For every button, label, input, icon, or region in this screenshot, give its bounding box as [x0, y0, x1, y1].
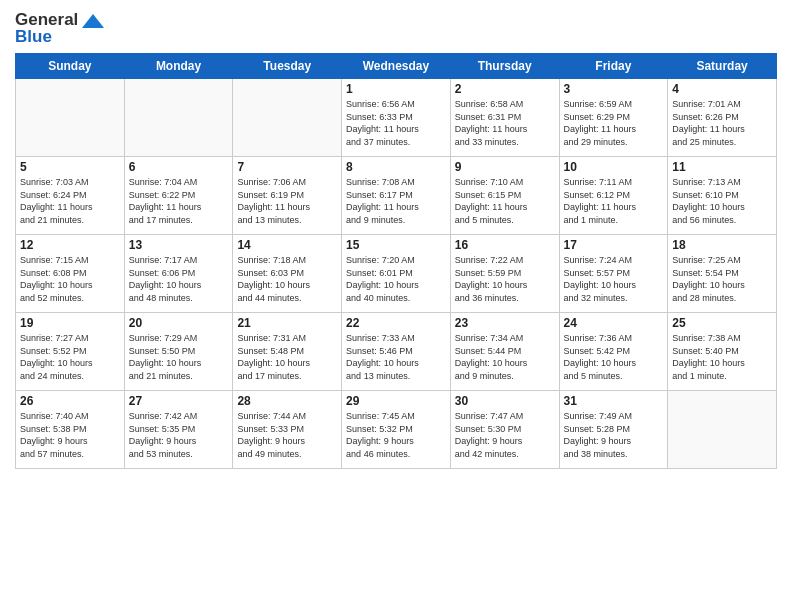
day-number: 11	[672, 160, 772, 174]
calendar-cell: 8Sunrise: 7:08 AM Sunset: 6:17 PM Daylig…	[342, 157, 451, 235]
day-number: 6	[129, 160, 229, 174]
day-number: 3	[564, 82, 664, 96]
calendar-cell: 24Sunrise: 7:36 AM Sunset: 5:42 PM Dayli…	[559, 313, 668, 391]
day-number: 8	[346, 160, 446, 174]
day-number: 28	[237, 394, 337, 408]
day-info: Sunrise: 7:33 AM Sunset: 5:46 PM Dayligh…	[346, 332, 446, 382]
day-info: Sunrise: 7:44 AM Sunset: 5:33 PM Dayligh…	[237, 410, 337, 460]
day-number: 24	[564, 316, 664, 330]
logo-blue-text: Blue	[15, 27, 52, 47]
calendar-cell: 23Sunrise: 7:34 AM Sunset: 5:44 PM Dayli…	[450, 313, 559, 391]
calendar-dow-sunday: Sunday	[16, 54, 125, 79]
day-number: 20	[129, 316, 229, 330]
day-info: Sunrise: 7:11 AM Sunset: 6:12 PM Dayligh…	[564, 176, 664, 226]
day-number: 19	[20, 316, 120, 330]
day-number: 25	[672, 316, 772, 330]
day-number: 23	[455, 316, 555, 330]
calendar-dow-saturday: Saturday	[668, 54, 777, 79]
day-info: Sunrise: 7:36 AM Sunset: 5:42 PM Dayligh…	[564, 332, 664, 382]
day-info: Sunrise: 7:38 AM Sunset: 5:40 PM Dayligh…	[672, 332, 772, 382]
calendar-cell: 18Sunrise: 7:25 AM Sunset: 5:54 PM Dayli…	[668, 235, 777, 313]
day-info: Sunrise: 7:20 AM Sunset: 6:01 PM Dayligh…	[346, 254, 446, 304]
calendar-cell: 16Sunrise: 7:22 AM Sunset: 5:59 PM Dayli…	[450, 235, 559, 313]
page-container: General Blue SundayMondayTuesdayWednesda…	[0, 0, 792, 479]
logo: General Blue	[15, 10, 104, 47]
calendar-cell: 13Sunrise: 7:17 AM Sunset: 6:06 PM Dayli…	[124, 235, 233, 313]
calendar-dow-wednesday: Wednesday	[342, 54, 451, 79]
day-info: Sunrise: 6:59 AM Sunset: 6:29 PM Dayligh…	[564, 98, 664, 148]
calendar-cell: 12Sunrise: 7:15 AM Sunset: 6:08 PM Dayli…	[16, 235, 125, 313]
calendar-cell: 11Sunrise: 7:13 AM Sunset: 6:10 PM Dayli…	[668, 157, 777, 235]
day-number: 31	[564, 394, 664, 408]
day-info: Sunrise: 7:45 AM Sunset: 5:32 PM Dayligh…	[346, 410, 446, 460]
day-info: Sunrise: 7:18 AM Sunset: 6:03 PM Dayligh…	[237, 254, 337, 304]
day-number: 30	[455, 394, 555, 408]
day-info: Sunrise: 7:31 AM Sunset: 5:48 PM Dayligh…	[237, 332, 337, 382]
calendar-week-row: 5Sunrise: 7:03 AM Sunset: 6:24 PM Daylig…	[16, 157, 777, 235]
calendar-cell: 25Sunrise: 7:38 AM Sunset: 5:40 PM Dayli…	[668, 313, 777, 391]
calendar-cell: 14Sunrise: 7:18 AM Sunset: 6:03 PM Dayli…	[233, 235, 342, 313]
day-info: Sunrise: 7:01 AM Sunset: 6:26 PM Dayligh…	[672, 98, 772, 148]
calendar-cell: 27Sunrise: 7:42 AM Sunset: 5:35 PM Dayli…	[124, 391, 233, 469]
day-number: 10	[564, 160, 664, 174]
calendar-cell	[16, 79, 125, 157]
day-info: Sunrise: 7:47 AM Sunset: 5:30 PM Dayligh…	[455, 410, 555, 460]
day-info: Sunrise: 7:15 AM Sunset: 6:08 PM Dayligh…	[20, 254, 120, 304]
calendar-cell: 19Sunrise: 7:27 AM Sunset: 5:52 PM Dayli…	[16, 313, 125, 391]
day-number: 7	[237, 160, 337, 174]
day-number: 9	[455, 160, 555, 174]
day-number: 15	[346, 238, 446, 252]
day-info: Sunrise: 7:29 AM Sunset: 5:50 PM Dayligh…	[129, 332, 229, 382]
day-info: Sunrise: 7:34 AM Sunset: 5:44 PM Dayligh…	[455, 332, 555, 382]
calendar-cell: 28Sunrise: 7:44 AM Sunset: 5:33 PM Dayli…	[233, 391, 342, 469]
calendar-week-row: 19Sunrise: 7:27 AM Sunset: 5:52 PM Dayli…	[16, 313, 777, 391]
calendar-cell: 3Sunrise: 6:59 AM Sunset: 6:29 PM Daylig…	[559, 79, 668, 157]
calendar-header-row: SundayMondayTuesdayWednesdayThursdayFrid…	[16, 54, 777, 79]
calendar-cell: 1Sunrise: 6:56 AM Sunset: 6:33 PM Daylig…	[342, 79, 451, 157]
day-info: Sunrise: 7:40 AM Sunset: 5:38 PM Dayligh…	[20, 410, 120, 460]
day-info: Sunrise: 7:03 AM Sunset: 6:24 PM Dayligh…	[20, 176, 120, 226]
calendar-cell: 5Sunrise: 7:03 AM Sunset: 6:24 PM Daylig…	[16, 157, 125, 235]
calendar-cell: 15Sunrise: 7:20 AM Sunset: 6:01 PM Dayli…	[342, 235, 451, 313]
day-number: 27	[129, 394, 229, 408]
calendar-cell: 17Sunrise: 7:24 AM Sunset: 5:57 PM Dayli…	[559, 235, 668, 313]
calendar-cell: 7Sunrise: 7:06 AM Sunset: 6:19 PM Daylig…	[233, 157, 342, 235]
calendar-week-row: 1Sunrise: 6:56 AM Sunset: 6:33 PM Daylig…	[16, 79, 777, 157]
calendar-cell: 20Sunrise: 7:29 AM Sunset: 5:50 PM Dayli…	[124, 313, 233, 391]
day-number: 26	[20, 394, 120, 408]
calendar-cell: 29Sunrise: 7:45 AM Sunset: 5:32 PM Dayli…	[342, 391, 451, 469]
calendar-week-row: 12Sunrise: 7:15 AM Sunset: 6:08 PM Dayli…	[16, 235, 777, 313]
calendar-cell: 2Sunrise: 6:58 AM Sunset: 6:31 PM Daylig…	[450, 79, 559, 157]
calendar-cell: 6Sunrise: 7:04 AM Sunset: 6:22 PM Daylig…	[124, 157, 233, 235]
day-number: 16	[455, 238, 555, 252]
calendar-cell	[668, 391, 777, 469]
day-number: 17	[564, 238, 664, 252]
day-number: 5	[20, 160, 120, 174]
day-info: Sunrise: 7:10 AM Sunset: 6:15 PM Dayligh…	[455, 176, 555, 226]
calendar-cell: 26Sunrise: 7:40 AM Sunset: 5:38 PM Dayli…	[16, 391, 125, 469]
day-number: 4	[672, 82, 772, 96]
day-info: Sunrise: 7:13 AM Sunset: 6:10 PM Dayligh…	[672, 176, 772, 226]
day-info: Sunrise: 6:58 AM Sunset: 6:31 PM Dayligh…	[455, 98, 555, 148]
day-info: Sunrise: 7:42 AM Sunset: 5:35 PM Dayligh…	[129, 410, 229, 460]
day-info: Sunrise: 7:08 AM Sunset: 6:17 PM Dayligh…	[346, 176, 446, 226]
day-info: Sunrise: 7:04 AM Sunset: 6:22 PM Dayligh…	[129, 176, 229, 226]
calendar-cell	[124, 79, 233, 157]
day-info: Sunrise: 7:06 AM Sunset: 6:19 PM Dayligh…	[237, 176, 337, 226]
day-number: 13	[129, 238, 229, 252]
day-number: 29	[346, 394, 446, 408]
calendar-cell: 9Sunrise: 7:10 AM Sunset: 6:15 PM Daylig…	[450, 157, 559, 235]
calendar-week-row: 26Sunrise: 7:40 AM Sunset: 5:38 PM Dayli…	[16, 391, 777, 469]
svg-marker-0	[82, 14, 104, 28]
calendar-cell: 31Sunrise: 7:49 AM Sunset: 5:28 PM Dayli…	[559, 391, 668, 469]
calendar-dow-thursday: Thursday	[450, 54, 559, 79]
day-info: Sunrise: 7:22 AM Sunset: 5:59 PM Dayligh…	[455, 254, 555, 304]
day-info: Sunrise: 7:25 AM Sunset: 5:54 PM Dayligh…	[672, 254, 772, 304]
calendar-cell: 30Sunrise: 7:47 AM Sunset: 5:30 PM Dayli…	[450, 391, 559, 469]
calendar-cell	[233, 79, 342, 157]
calendar-cell: 4Sunrise: 7:01 AM Sunset: 6:26 PM Daylig…	[668, 79, 777, 157]
calendar-dow-friday: Friday	[559, 54, 668, 79]
day-number: 21	[237, 316, 337, 330]
day-number: 14	[237, 238, 337, 252]
day-number: 12	[20, 238, 120, 252]
